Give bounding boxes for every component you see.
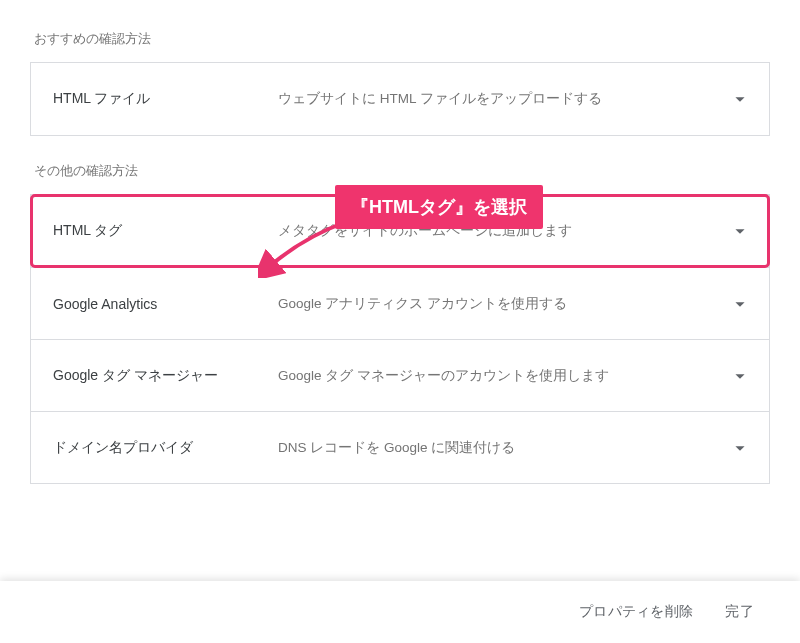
recommended-method-list: HTML ファイル ウェブサイトに HTML ファイルをアップロードする — [30, 62, 770, 136]
method-domain-provider[interactable]: ドメイン名プロバイダ DNS レコードを Google に関連付ける — [31, 411, 769, 483]
method-desc: Google アナリティクス アカウントを使用する — [278, 293, 729, 315]
method-desc: Google タグ マネージャーのアカウントを使用します — [278, 365, 729, 387]
other-section-label: その他の確認方法 — [34, 162, 770, 180]
method-google-analytics[interactable]: Google Analytics Google アナリティクス アカウントを使用… — [31, 267, 769, 339]
method-desc: ウェブサイトに HTML ファイルをアップロードする — [278, 88, 729, 110]
done-button[interactable]: 完了 — [709, 593, 770, 631]
method-title: HTML タグ — [53, 222, 278, 240]
method-title: Google Analytics — [53, 296, 278, 312]
chevron-down-icon — [729, 365, 751, 387]
method-title: HTML ファイル — [53, 90, 278, 108]
annotation-callout: 『HTMLタグ』を選択 — [335, 185, 543, 229]
delete-property-button[interactable]: プロパティを削除 — [563, 593, 709, 631]
method-html-file[interactable]: HTML ファイル ウェブサイトに HTML ファイルをアップロードする — [31, 63, 769, 135]
chevron-down-icon — [729, 437, 751, 459]
method-desc: DNS レコードを Google に関連付ける — [278, 437, 729, 459]
recommended-section-label: おすすめの確認方法 — [34, 30, 770, 48]
method-title: ドメイン名プロバイダ — [53, 439, 278, 457]
chevron-down-icon — [729, 88, 751, 110]
chevron-down-icon — [729, 293, 751, 315]
callout-text: 『HTMLタグ』を選択 — [335, 185, 543, 229]
method-title: Google タグ マネージャー — [53, 367, 278, 385]
method-google-tag-manager[interactable]: Google タグ マネージャー Google タグ マネージャーのアカウントを… — [31, 339, 769, 411]
chevron-down-icon — [729, 220, 751, 242]
other-method-list: HTML タグ メタタグをサイトのホームページに追加します Google Ana… — [30, 194, 770, 484]
dialog-footer: プロパティを削除 完了 — [0, 581, 800, 643]
